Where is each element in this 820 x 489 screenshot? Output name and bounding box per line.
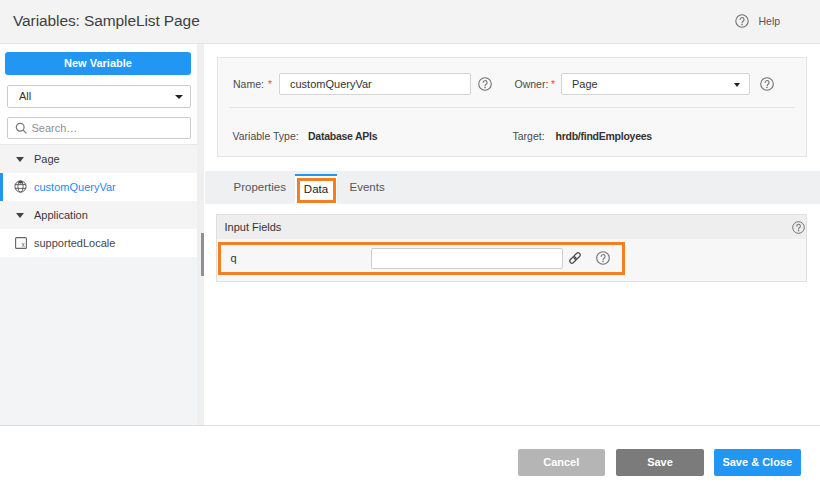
svg-text:x: x xyxy=(21,240,25,247)
